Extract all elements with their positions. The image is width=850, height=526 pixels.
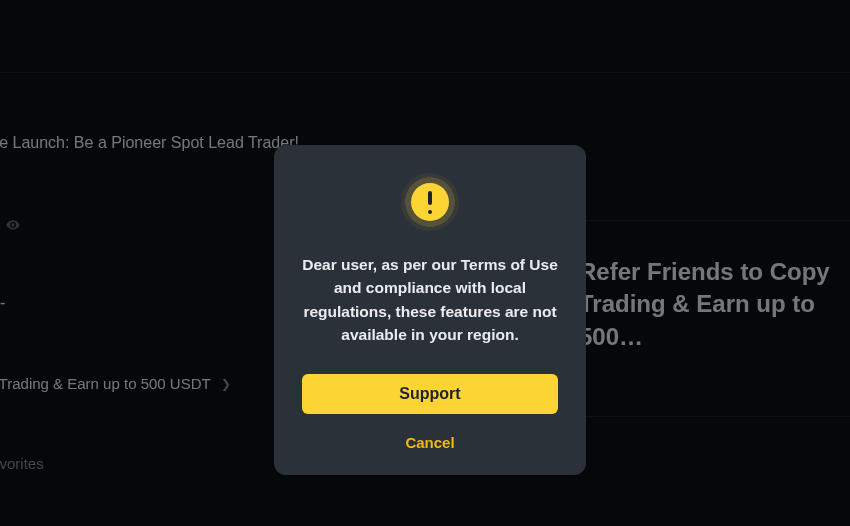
support-button[interactable]: Support — [302, 374, 558, 414]
modal-message: Dear user, as per our Terms of Use and c… — [302, 253, 558, 346]
region-restriction-modal: Dear user, as per our Terms of Use and c… — [274, 145, 586, 475]
warning-icon — [401, 173, 459, 231]
cancel-button[interactable]: Cancel — [395, 428, 464, 457]
